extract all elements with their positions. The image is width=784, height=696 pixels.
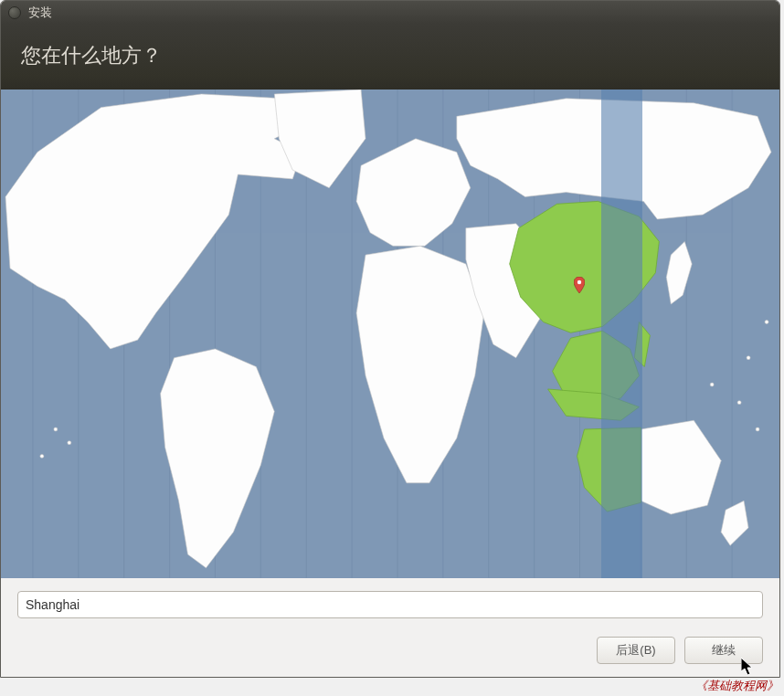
- location-input[interactable]: [17, 591, 763, 618]
- nav-button-row: 后退(B) 继续: [1, 626, 779, 677]
- world-map-svg: [1, 90, 779, 578]
- watermark-text: 《基础教程网》: [695, 678, 779, 694]
- svg-point-18: [68, 441, 71, 445]
- svg-point-22: [756, 428, 759, 432]
- page-header: 您在什么地方？: [1, 24, 779, 90]
- installer-window: 安装 您在什么地方？: [0, 0, 780, 678]
- svg-point-21: [737, 401, 741, 405]
- svg-point-17: [54, 428, 58, 432]
- close-icon[interactable]: [8, 6, 21, 19]
- continue-button[interactable]: 继续: [684, 637, 763, 664]
- svg-point-24: [765, 321, 768, 324]
- header-question: 您在什么地方？: [21, 44, 162, 67]
- svg-point-20: [710, 384, 714, 387]
- window-title: 安装: [28, 5, 52, 21]
- title-bar[interactable]: 安装: [1, 1, 779, 24]
- location-panel: [1, 578, 779, 626]
- back-button[interactable]: 后退(B): [597, 637, 675, 664]
- svg-point-23: [747, 356, 750, 360]
- svg-point-19: [40, 455, 44, 459]
- timezone-map[interactable]: [1, 90, 779, 578]
